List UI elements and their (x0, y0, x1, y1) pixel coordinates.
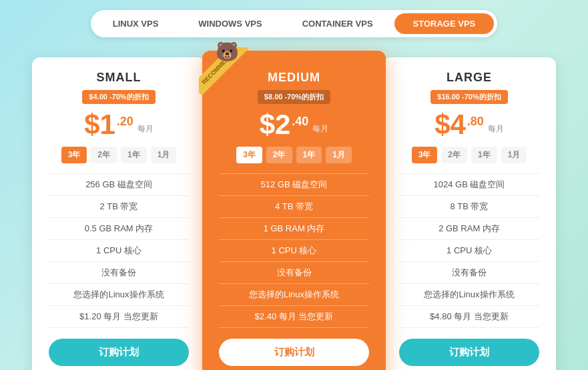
tab-storage-vps[interactable]: STORAGE VPS (394, 13, 495, 34)
plan-large-discount: $16.00 -70%的折扣 (430, 90, 507, 104)
plan-small: SMALL $4.00 -70%的折扣 $1 .20 每月 3年 2年 1年 1… (32, 57, 206, 370)
plan-medium-price-cents: .40 (292, 115, 308, 129)
feature-medium-5: 您选择的Linux操作系统 (219, 284, 369, 306)
plan-medium-price: $2 .40 每月 (219, 111, 369, 139)
plan-large-price-period: 每月 (488, 123, 504, 135)
plan-small-price-cents: .20 (117, 115, 133, 129)
pricing-cards: SMALL $4.00 -70%的折扣 $1 .20 每月 3年 2年 1年 1… (32, 57, 556, 370)
plan-large-price-cents: .80 (467, 115, 484, 129)
period-small-2y[interactable]: 2年 (91, 147, 117, 163)
period-large-3y[interactable]: 3年 (412, 147, 438, 163)
period-small-3y[interactable]: 3年 (61, 147, 87, 163)
period-medium-2y[interactable]: 2年 (266, 147, 292, 163)
feature-medium-4: 没有备份 (219, 262, 369, 284)
plan-small-price-period: 每月 (137, 123, 154, 135)
plan-large-cta[interactable]: 订购计划 (399, 339, 539, 366)
plan-large-periods: 3年 2年 1年 1月 (399, 147, 539, 163)
plan-small-periods: 3年 2年 1年 1月 (49, 147, 189, 163)
plan-medium-price-main: $2 (260, 111, 291, 139)
plan-medium: RECOMMENDED 🐻 MEDIUM $8.00 -70%的折扣 $2 .4… (202, 51, 386, 370)
plan-small-discount: $4.00 -70%的折扣 (82, 90, 155, 104)
feature-medium-2: 1 GB RAM 内存 (219, 218, 369, 240)
feature-large-0: 1024 GB 磁盘空间 (399, 174, 539, 196)
plan-large-price-main: $4 (434, 111, 466, 139)
plan-medium-cta[interactable]: 订购计划 (219, 339, 369, 366)
feature-small-0: 256 GB 磁盘空间 (49, 174, 189, 196)
feature-large-3: 1 CPU 核心 (399, 240, 539, 262)
plan-large-features: 1024 GB 磁盘空间 8 TB 带宽 2 GB RAM 内存 1 CPU 核… (399, 173, 539, 328)
feature-small-3: 1 CPU 核心 (49, 240, 189, 262)
feature-medium-3: 1 CPU 核心 (219, 240, 369, 262)
bear-icon: 🐻 (216, 41, 239, 63)
tab-windows-vps[interactable]: WINDOWS VPS (180, 13, 280, 34)
plan-large: LARGE $16.00 -70%的折扣 $4 .80 每月 3年 2年 1年 … (382, 57, 556, 370)
feature-large-1: 8 TB 带宽 (399, 196, 539, 218)
feature-small-2: 0.5 GB RAM 内存 (49, 218, 189, 240)
tab-container-vps[interactable]: CONTAINER VPS (284, 13, 392, 34)
feature-large-2: 2 GB RAM 内存 (399, 218, 539, 240)
period-medium-1y[interactable]: 1年 (296, 147, 322, 163)
tab-linux-vps[interactable]: LINUX VPS (94, 13, 178, 34)
plan-large-name: LARGE (399, 71, 539, 85)
period-large-1m[interactable]: 1月 (501, 147, 527, 163)
feature-medium-1: 4 TB 带宽 (219, 196, 369, 218)
period-large-2y[interactable]: 2年 (441, 147, 467, 163)
period-large-1y[interactable]: 1年 (471, 147, 497, 163)
plan-type-tabs: LINUX VPS WINDOWS VPS CONTAINER VPS STOR… (91, 10, 498, 37)
feature-large-5: 您选择的Linux操作系统 (399, 284, 539, 306)
period-medium-3y[interactable]: 3年 (236, 147, 262, 163)
feature-small-1: 2 TB 带宽 (49, 196, 189, 218)
plan-medium-features: 512 GB 磁盘空间 4 TB 带宽 1 GB RAM 内存 1 CPU 核心… (219, 173, 369, 328)
feature-medium-6: $2.40 每月 当您更新 (219, 306, 369, 328)
period-small-1y[interactable]: 1年 (121, 147, 147, 163)
plan-small-features: 256 GB 磁盘空间 2 TB 带宽 0.5 GB RAM 内存 1 CPU … (49, 173, 189, 328)
feature-small-4: 没有备份 (49, 262, 189, 284)
plan-small-price-main: $1 (84, 111, 115, 139)
plan-small-name: SMALL (49, 71, 189, 85)
plan-small-cta[interactable]: 订购计划 (49, 339, 189, 366)
feature-small-5: 您选择的Linux操作系统 (49, 284, 189, 306)
plan-medium-periods: 3年 2年 1年 1月 (219, 147, 369, 163)
feature-small-6: $1.20 每月 当您更新 (49, 306, 189, 328)
plan-small-price: $1 .20 每月 (49, 111, 189, 139)
period-small-1m[interactable]: 1月 (151, 147, 177, 163)
plan-medium-discount: $8.00 -70%的折扣 (258, 90, 330, 104)
period-medium-1m[interactable]: 1月 (326, 147, 352, 163)
plan-medium-price-period: 每月 (312, 123, 328, 135)
feature-medium-0: 512 GB 磁盘空间 (219, 174, 369, 196)
feature-large-4: 没有备份 (399, 262, 539, 284)
plan-large-price: $4 .80 每月 (399, 111, 539, 139)
feature-large-6: $4.80 每月 当您更新 (399, 306, 539, 328)
